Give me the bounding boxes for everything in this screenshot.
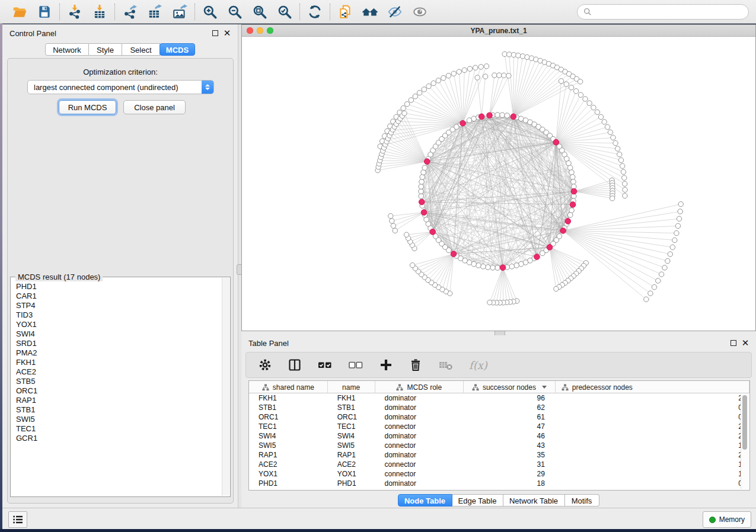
mcds-list-scrollbar[interactable]	[222, 278, 229, 496]
zoom-in-icon[interactable]	[200, 3, 219, 21]
first-neighbors-icon[interactable]	[361, 3, 379, 21]
leaf-node[interactable]	[608, 130, 613, 134]
table-settings-icon[interactable]	[258, 358, 272, 372]
tab-select[interactable]: Select	[122, 43, 160, 56]
leaf-node[interactable]	[451, 71, 456, 76]
clone-network-icon[interactable]	[336, 3, 355, 21]
mcds-hub-node[interactable]	[547, 245, 553, 251]
leaf-node[interactable]	[467, 66, 472, 71]
leaf-node[interactable]	[404, 232, 409, 237]
leaf-node[interactable]	[610, 196, 614, 201]
leaf-node[interactable]	[483, 74, 487, 79]
mcds-result-item[interactable]: STB5	[11, 377, 222, 386]
table-row[interactable]: ACE2ACE2connector311	[249, 460, 749, 469]
column-header-name[interactable]: name	[328, 381, 375, 393]
leaf-node[interactable]	[393, 228, 397, 233]
import-network-icon[interactable]	[65, 3, 84, 21]
save-session-icon[interactable]	[35, 3, 54, 21]
select-all-rows-icon[interactable]	[317, 358, 333, 372]
mcds-result-item[interactable]: TEC1	[11, 424, 222, 434]
table-row[interactable]: STB1STB1dominator620	[249, 403, 749, 412]
mcds-hub-node[interactable]	[571, 188, 577, 194]
open-session-icon[interactable]	[10, 3, 29, 21]
leaf-node[interactable]	[615, 146, 620, 151]
show-columns-icon[interactable]	[288, 358, 302, 372]
mcds-result-item[interactable]: RAP1	[11, 396, 222, 405]
ring-node[interactable]	[495, 113, 500, 118]
search-box[interactable]	[577, 4, 749, 20]
hide-selected-icon[interactable]	[385, 3, 404, 21]
table-row[interactable]: FKH1FKH1dominator962	[249, 393, 749, 403]
leaf-node[interactable]	[457, 69, 461, 74]
export-network-icon[interactable]	[120, 3, 139, 21]
ring-node[interactable]	[419, 180, 425, 185]
leaf-node[interactable]	[569, 85, 573, 90]
leaf-node[interactable]	[578, 92, 583, 97]
mcds-hub-node[interactable]	[421, 210, 427, 216]
leaf-node[interactable]	[502, 52, 507, 56]
leaf-node[interactable]	[402, 111, 407, 116]
leaf-node[interactable]	[473, 65, 478, 70]
mcds-hub-node[interactable]	[424, 159, 430, 165]
leaf-node[interactable]	[662, 265, 667, 270]
tab-style[interactable]: Style	[89, 43, 122, 56]
leaf-node[interactable]	[675, 223, 680, 228]
leaf-node[interactable]	[497, 73, 502, 78]
leaf-node[interactable]	[446, 73, 451, 78]
run-mcds-button[interactable]: Run MCDS	[59, 100, 116, 114]
leaf-node[interactable]	[404, 101, 409, 106]
column-header-successor-nodes[interactable]: successor nodes	[464, 381, 556, 393]
network-graph[interactable]	[242, 37, 755, 331]
mcds-result-item[interactable]: SRD1	[11, 339, 222, 348]
leaf-node[interactable]	[598, 114, 603, 119]
leaf-node[interactable]	[390, 219, 394, 223]
ring-node[interactable]	[419, 189, 424, 194]
mcds-result-item[interactable]: ACE2	[11, 367, 222, 377]
column-header-shared-name[interactable]: shared name	[249, 381, 328, 393]
leaf-node[interactable]	[484, 64, 489, 69]
leaf-node[interactable]	[409, 98, 413, 102]
mcds-result-item[interactable]: SWI5	[11, 415, 222, 424]
mcds-result-item[interactable]: SWI4	[11, 329, 222, 339]
mcds-result-item[interactable]: GCR1	[11, 434, 222, 443]
delete-column-icon[interactable]	[409, 358, 423, 372]
add-column-icon[interactable]	[379, 358, 393, 372]
leaf-node[interactable]	[621, 169, 626, 174]
ring-node[interactable]	[422, 165, 428, 171]
leaf-node[interactable]	[648, 291, 653, 296]
leaf-node[interactable]	[511, 52, 516, 57]
tab-network-table[interactable]: Network Table	[503, 494, 565, 507]
mcds-hub-node[interactable]	[560, 228, 566, 234]
refresh-icon[interactable]	[305, 3, 324, 21]
search-input[interactable]	[595, 7, 742, 17]
leaf-node[interactable]	[492, 73, 497, 78]
ring-node[interactable]	[540, 251, 546, 256]
ring-node[interactable]	[567, 213, 573, 218]
leaf-node[interactable]	[652, 284, 656, 289]
leaf-node[interactable]	[618, 158, 623, 162]
leaf-node[interactable]	[656, 278, 661, 283]
ring-node[interactable]	[570, 175, 575, 180]
mcds-hub-node[interactable]	[570, 202, 576, 208]
ring-node[interactable]	[569, 170, 575, 175]
optimization-criterion-select[interactable]: largest connected component (undirected)	[27, 80, 214, 94]
mcds-result-item[interactable]: PHD1	[11, 282, 222, 291]
tab-mcds[interactable]: MCDS	[160, 43, 195, 56]
ring-node[interactable]	[420, 175, 425, 180]
memory-button[interactable]: Memory	[703, 511, 751, 528]
network-canvas[interactable]	[242, 37, 755, 331]
leaf-node[interactable]	[410, 262, 414, 267]
leaf-node[interactable]	[587, 101, 592, 105]
leaf-node[interactable]	[559, 79, 563, 84]
leaf-node[interactable]	[441, 75, 446, 80]
mcds-result-item[interactable]: FKH1	[11, 358, 222, 367]
leaf-node[interactable]	[665, 258, 670, 263]
mcds-result-item[interactable]: STB1	[11, 405, 222, 415]
ring-node[interactable]	[481, 264, 486, 269]
table-row[interactable]: RAP1RAP1dominator352	[249, 450, 749, 460]
mcds-result-item[interactable]: ORC1	[11, 386, 222, 396]
ring-node[interactable]	[419, 194, 424, 199]
leaf-node[interactable]	[479, 65, 483, 69]
leaf-node[interactable]	[602, 120, 607, 124]
tab-motifs[interactable]: Motifs	[565, 494, 599, 507]
